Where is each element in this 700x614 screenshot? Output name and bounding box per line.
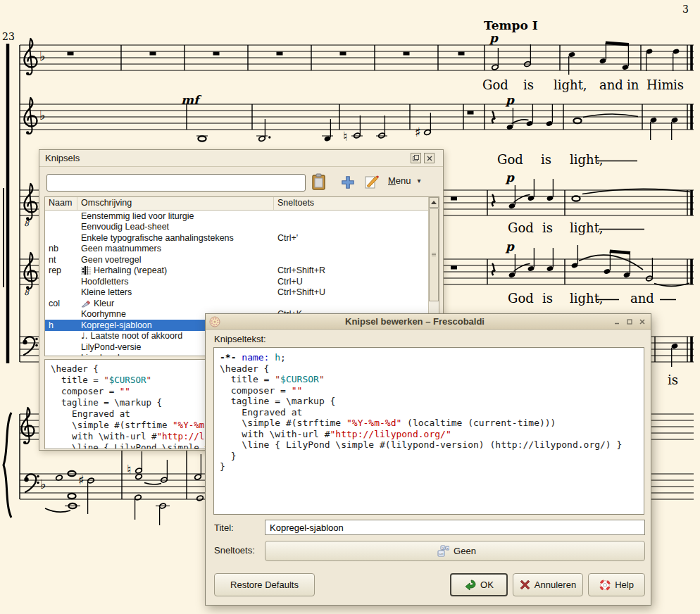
code-line: \simple #(strftime "%Y-%m-%d" (localtime… [220,418,638,429]
snippet-row[interactable]: ntGeen voetregel [45,254,428,265]
lyric-word: light, [570,152,604,167]
code-line: composer = "" [220,385,638,396]
restore-defaults-button[interactable]: Restore Defaults [214,573,315,596]
measure-number: 23 [2,31,15,42]
note-icon: ♩. [81,332,87,339]
code-line: Engraved at [220,407,638,418]
color-icon [81,299,91,308]
snippet-description: Hoofdletters [77,277,274,287]
flat-icon: ♭ [39,49,46,63]
snippet-name: nb [45,244,77,253]
lyrics-line-3: God is light, [508,220,644,235]
float-panel-button[interactable] [411,153,421,163]
lyric-word: in [627,77,639,92]
restore-defaults-label: Restore Defaults [230,579,299,590]
cancel-x-icon [520,579,530,590]
shortcut-button[interactable]: y x Ctrl Geen [265,541,645,561]
piano-notes: ♯ ♮ [45,451,204,525]
dynamic-p: p [505,239,515,253]
code-line: } [220,451,638,462]
menu-button[interactable]: Menu ▾ [388,175,421,186]
help-button[interactable]: Help [588,573,645,596]
snippet-description: Kleur [77,299,274,308]
lyric-word: God [482,77,508,92]
column-naam[interactable]: Naam [45,197,77,210]
frescobaldi-app: ♭ ♭ ♭ 8 8 [0,0,700,614]
alto-notes: ♮ ♯ [196,104,678,144]
page-number: 3 [682,4,689,15]
up-arrow-icon [431,201,437,204]
piano-brace [4,413,11,518]
edit-snippet-button[interactable] [362,173,381,192]
title-input[interactable] [265,520,645,535]
dynamic-p: p [505,170,515,184]
lyrics-line-1: God is light, and in Him is [482,77,684,92]
code-line: with \with-url #"http://lilypond.org/" [220,429,638,440]
edit-snippet-dialog: Knipsel bewerken – Frescobaldi Knipselte… [205,313,651,606]
add-snippet-button[interactable] [338,173,357,192]
cancel-button[interactable]: Annuleren [513,573,583,596]
lyric-word: light, [554,77,587,92]
lyric-word: and [630,291,654,306]
snippet-row[interactable]: HoofdlettersCtrl+U [45,276,428,287]
dialog-title: Knipsel bewerken – Frescobaldi [220,316,609,327]
svg-text:Ctrl: Ctrl [439,552,444,556]
code-line: title = "$CURSOR" [220,374,638,385]
chevron-down-icon: ▾ [418,177,421,184]
dialog-titlebar[interactable]: Knipsel bewerken – Frescobaldi [206,314,651,330]
bass-clef [23,337,38,355]
snippet-shortcut: Ctrl+Shift+R [274,265,428,275]
snippet-row[interactable]: repHerhaling (\repeat)Ctrl+Shift+R [45,265,428,277]
cancel-label: Annuleren [535,579,576,590]
lyric-word: is [541,152,551,167]
list-header[interactable]: Naam Omschrijving Sneltoets [45,197,428,211]
sharp-icon: ♯ [78,472,85,487]
ok-label: OK [480,579,494,590]
help-lifebuoy-icon [599,579,611,591]
minimize-icon [614,319,620,325]
column-omschrijving[interactable]: Omschrijving [77,197,274,210]
help-label: Help [615,579,634,590]
snippet-row[interactable]: nbGeen maatnummers [45,244,428,255]
snippet-text-editor[interactable]: -*- name: h;\header { title = "$CURSOR" … [213,347,644,515]
snippet-row[interactable]: Enkele typografische aanhalingstekensCtr… [45,232,428,244]
paste-snippet-button[interactable] [309,173,328,192]
close-panel-button[interactable] [424,153,435,163]
code-line: tagline = \markup { [220,396,638,407]
snippet-search-input[interactable] [46,174,306,192]
snippet-description: Herhaling (\repeat) [77,265,274,275]
soprano-notes [492,43,680,75]
scroll-up-button[interactable] [429,197,439,208]
snippet-name: nt [45,255,77,265]
minimize-button[interactable] [611,317,622,327]
lyric-word: is [542,220,553,235]
lyric-word: is [542,291,553,306]
octave-mark: 8 [24,219,30,228]
snippet-row[interactable]: Eenstemmig lied voor liturgie [45,211,428,222]
snippets-panel-titlebar[interactable]: Knipsels [39,150,443,167]
snippet-name: h [45,320,77,330]
lyric-word: is [523,77,534,92]
snippet-row[interactable]: colKleur [45,298,428,309]
ok-arrow-icon [464,579,476,591]
edit-icon [364,175,380,190]
snippet-name: col [45,299,77,308]
ok-button[interactable]: OK [450,573,508,596]
close-icon [639,319,645,325]
lyric-word: light, [570,220,604,235]
flat-icon: ♭ [40,477,46,491]
treble-clef [25,98,37,134]
snippet-shortcut: Ctrl+U [274,277,428,287]
code-line: \header { [220,363,638,375]
repeat-icon [81,266,91,275]
snippet-row[interactable]: Kleine lettersCtrl+Shift+U [45,287,428,299]
snippet-description: Eenstemmig lied voor liturgie [77,211,274,221]
flat-icon: ♭ [39,108,46,123]
lyric-word: God [497,152,523,167]
column-sneltoets[interactable]: Sneltoets [274,197,428,210]
lyrics-line-4: God is light, and [508,291,676,306]
snippet-row[interactable]: Eenvoudig Lead-sheet [45,222,428,233]
scrollbar-thumb[interactable] [429,208,439,301]
close-button[interactable] [637,317,647,327]
maximize-button[interactable] [624,317,635,327]
